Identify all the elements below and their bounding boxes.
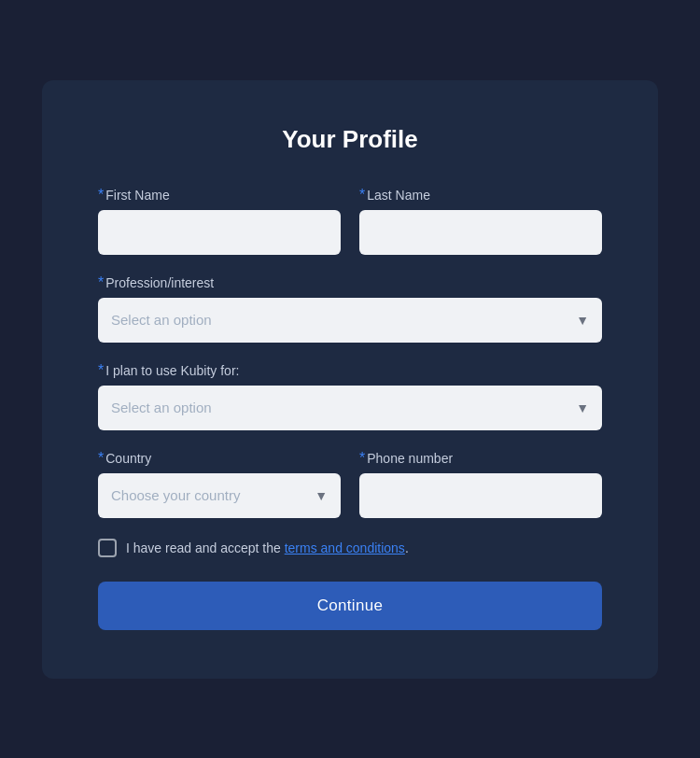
profession-group: * Profession/interest Select an option ▼ bbox=[98, 275, 602, 343]
terms-link[interactable]: terms and conditions bbox=[285, 540, 405, 555]
first-name-input[interactable] bbox=[98, 210, 341, 255]
required-star-kubity: * bbox=[98, 363, 104, 378]
phone-group: * Phone number bbox=[359, 451, 602, 518]
kubity-select-wrapper: Select an option ▼ bbox=[98, 386, 602, 430]
country-label: * Country bbox=[98, 451, 341, 466]
name-row: * First Name * Last Name bbox=[98, 188, 602, 255]
required-star-profession: * bbox=[98, 275, 104, 290]
page-title: Your Profile bbox=[98, 125, 602, 154]
profession-select[interactable]: Select an option bbox=[98, 298, 602, 343]
continue-button[interactable]: Continue bbox=[98, 582, 602, 630]
profession-select-wrapper: Select an option ▼ bbox=[98, 298, 602, 343]
terms-label: I have read and accept the terms and con… bbox=[126, 540, 409, 555]
profile-card: Your Profile * First Name * Last Name * … bbox=[42, 80, 658, 679]
last-name-input[interactable] bbox=[359, 210, 602, 255]
terms-checkbox[interactable] bbox=[98, 539, 117, 557]
kubity-select[interactable]: Select an option bbox=[98, 386, 602, 430]
kubity-label: * I plan to use Kubity for: bbox=[98, 363, 602, 378]
terms-row: I have read and accept the terms and con… bbox=[98, 539, 602, 557]
required-star-last: * bbox=[359, 188, 365, 203]
first-name-group: * First Name bbox=[98, 188, 341, 255]
country-select[interactable]: Choose your country bbox=[98, 473, 341, 518]
phone-input[interactable] bbox=[359, 473, 602, 518]
first-name-label: * First Name bbox=[98, 188, 341, 203]
last-name-group: * Last Name bbox=[359, 188, 602, 255]
phone-label: * Phone number bbox=[359, 451, 602, 466]
required-star-country: * bbox=[98, 451, 104, 466]
required-star-first: * bbox=[98, 188, 104, 203]
country-group: * Country Choose your country ▼ bbox=[98, 451, 341, 518]
kubity-group: * I plan to use Kubity for: Select an op… bbox=[98, 363, 602, 430]
country-select-wrapper: Choose your country ▼ bbox=[98, 473, 341, 518]
country-phone-row: * Country Choose your country ▼ * Phone … bbox=[98, 451, 602, 518]
last-name-label: * Last Name bbox=[359, 188, 602, 203]
profession-label: * Profession/interest bbox=[98, 275, 602, 290]
required-star-phone: * bbox=[359, 451, 365, 466]
